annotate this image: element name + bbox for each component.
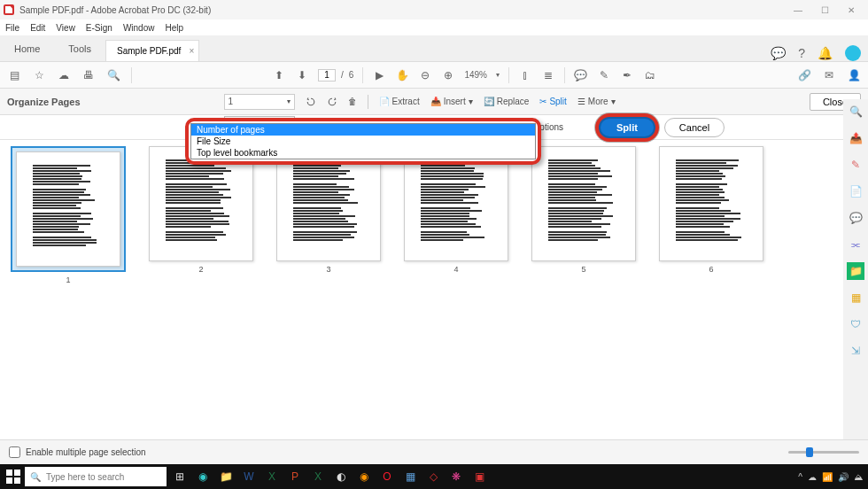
split-tool-button[interactable]: ✂ Split [539, 97, 566, 106]
page-dropdown[interactable]: 1▾ [224, 94, 295, 110]
menu-help[interactable]: Help [165, 23, 183, 33]
zoom-dropdown-icon[interactable]: ▾ [496, 71, 500, 79]
zoom-out-icon[interactable]: ⊖ [418, 68, 432, 82]
explorer-icon[interactable]: 📁 [216, 467, 236, 486]
tab-home[interactable]: Home [0, 36, 54, 61]
page-thumb-4[interactable]: 4 [404, 146, 508, 274]
close-window-button[interactable]: ✕ [838, 2, 864, 18]
dropdown-option-number-of-pages[interactable]: Number of pages [191, 124, 535, 136]
search-icon[interactable]: 🔍 [106, 68, 120, 82]
ppt-icon[interactable]: P [285, 467, 305, 486]
extract-button[interactable]: 📄 Extract [379, 97, 420, 106]
insert-button[interactable]: 📥 Insert ▾ [430, 97, 473, 106]
rail-edit-icon[interactable]: ✎ [847, 156, 864, 174]
opera-icon[interactable]: O [377, 467, 397, 486]
page-thumb-2[interactable]: 2 [149, 146, 253, 274]
excel2-icon[interactable]: X [308, 467, 328, 486]
start-button[interactable] [5, 469, 21, 485]
cloud-upload-icon[interactable]: ☁ [57, 68, 71, 82]
page-display-icon[interactable]: ≣ [541, 68, 555, 82]
minimize-button[interactable]: — [785, 2, 811, 18]
tab-tools[interactable]: Tools [54, 36, 105, 61]
tray-peak-icon[interactable]: ⛰ [854, 472, 863, 482]
enable-multiselect-checkbox[interactable] [9, 446, 20, 458]
rail-compress-icon[interactable]: ⇲ [847, 342, 864, 360]
print-icon[interactable]: 🖶 [81, 68, 96, 82]
page-down-icon[interactable]: ⬇ [295, 68, 309, 82]
link-icon[interactable]: 🔗 [797, 68, 811, 82]
tray-wifi-icon[interactable]: 📶 [822, 472, 833, 482]
chat-icon[interactable]: 💬 [771, 46, 786, 60]
tray-expand-icon[interactable]: ^ [798, 472, 802, 482]
page-thumbnails: 1 2 3 4 5 6 [0, 146, 843, 440]
acrobat-taskbar-icon[interactable]: ◇ [423, 467, 443, 486]
main-toolbar: ▤ ☆ ☁ 🖶 🔍 ⬆ ⬇ / 6 ▶ ✋ ⊖ ⊕ 149% ▾ ⫿ ≣ 💬 ✎… [0, 62, 868, 89]
more-button[interactable]: ☰ More ▾ [577, 97, 616, 106]
menu-window[interactable]: Window [123, 23, 155, 33]
zoom-in-icon[interactable]: ⊕ [441, 68, 455, 82]
hand-icon[interactable]: ✋ [395, 68, 409, 82]
rail-sign-icon[interactable]: 📁 [847, 262, 864, 280]
page-thumb-6[interactable]: 6 [659, 146, 763, 274]
maximize-button[interactable]: ☐ [811, 2, 838, 18]
dropdown-option-top-level-bookmarks[interactable]: Top level bookmarks [191, 147, 535, 159]
rail-create-icon[interactable]: 📄 [847, 182, 864, 200]
rotate-cw-button[interactable] [327, 97, 337, 107]
side-panel-icon[interactable]: ▤ [7, 68, 21, 82]
app3-icon[interactable]: ▣ [469, 467, 489, 486]
tray-cloud-icon[interactable]: ☁ [808, 472, 817, 482]
comment-icon[interactable]: 💬 [574, 68, 588, 82]
dropdown-option-file-size[interactable]: File Size [191, 136, 535, 147]
menu-view[interactable]: View [56, 23, 75, 33]
mail-icon[interactable]: ✉ [822, 68, 836, 82]
replace-button[interactable]: 🔄 Replace [484, 97, 530, 106]
tab-document[interactable]: Sample PDF.pdf × [105, 40, 199, 61]
word-icon[interactable]: W [239, 467, 259, 486]
task-view-icon[interactable]: ⊞ [170, 467, 190, 486]
stamp-icon[interactable]: 🗂 [643, 68, 657, 82]
rail-combine-icon[interactable]: ⫘ [847, 236, 864, 253]
account-icon[interactable]: 👤 [847, 68, 861, 82]
rail-redact-icon[interactable]: ▦ [847, 289, 864, 307]
app1-icon[interactable]: ▦ [400, 467, 420, 486]
system-tray[interactable]: ^ ☁ 📶 🔊 ⛰ [798, 472, 863, 482]
page-up-icon[interactable]: ⬆ [272, 68, 286, 82]
rail-comment-icon[interactable]: 💬 [847, 209, 864, 227]
excel-icon[interactable]: X [262, 467, 282, 486]
help-icon[interactable]: ? [798, 46, 805, 60]
bell-icon[interactable]: 🔔 [818, 46, 833, 60]
thumbnail-zoom-slider[interactable] [788, 451, 859, 454]
windows-taskbar: 🔍 Type here to search ⊞ ◉ 📁 W X P X ◐ ◉ … [0, 464, 868, 489]
rotate-ccw-button[interactable] [306, 97, 316, 107]
menu-file[interactable]: File [5, 23, 19, 33]
rail-export-icon[interactable]: 📤 [847, 129, 864, 147]
menu-edit[interactable]: Edit [30, 23, 45, 33]
page-thumb-5[interactable]: 5 [531, 146, 636, 274]
zoom-level[interactable]: 149% [464, 70, 487, 80]
avatar[interactable] [845, 45, 861, 61]
taskbar-search[interactable]: 🔍 Type here to search [25, 467, 167, 486]
tray-sound-icon[interactable]: 🔊 [838, 472, 849, 482]
app2-icon[interactable]: ❋ [446, 467, 466, 486]
svg-rect-3 [14, 477, 20, 484]
fit-width-icon[interactable]: ⫿ [518, 68, 532, 82]
right-tools-rail: 🔍 📤 ✎ 📄 💬 ⫘ 📁 ▦ 🛡 ⇲ ◀ [843, 99, 868, 464]
rail-search-icon[interactable]: 🔍 [847, 103, 864, 120]
menu-esign[interactable]: E-Sign [86, 23, 112, 33]
edge-icon[interactable]: ◉ [193, 467, 213, 486]
rail-protect-icon[interactable]: 🛡 [847, 315, 864, 333]
tab-close-icon[interactable]: × [189, 46, 194, 56]
highlight-icon[interactable]: ✎ [597, 68, 611, 82]
split-button[interactable]: Split [599, 117, 655, 138]
firefox-icon[interactable]: ◉ [354, 467, 374, 486]
cancel-button[interactable]: Cancel [664, 118, 725, 137]
chrome-icon[interactable]: ◐ [331, 467, 351, 486]
pointer-icon[interactable]: ▶ [372, 68, 386, 82]
page-thumb-1[interactable]: 1 [11, 146, 126, 284]
sign-icon[interactable]: ✒ [620, 68, 634, 82]
star-icon[interactable]: ☆ [32, 68, 46, 82]
page-number-input[interactable] [318, 69, 336, 82]
acrobat-icon [4, 4, 14, 15]
page-thumb-3[interactable]: 3 [276, 146, 381, 274]
delete-button[interactable]: 🗑 [348, 97, 357, 106]
